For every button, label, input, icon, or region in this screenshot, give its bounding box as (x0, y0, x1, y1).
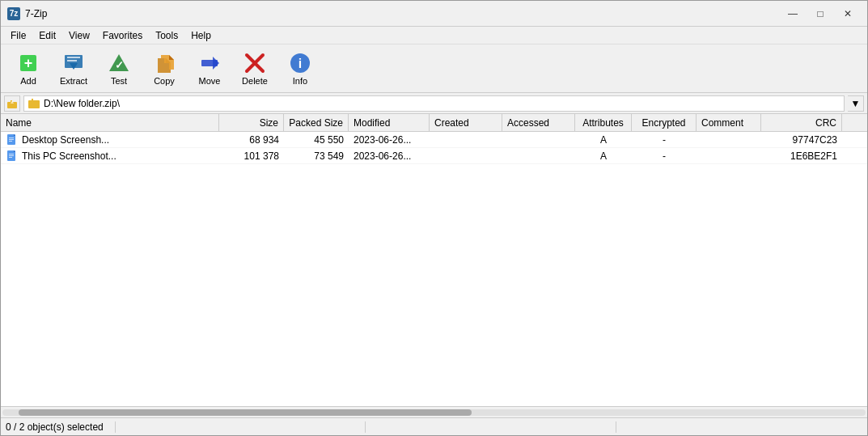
test-button[interactable]: ✓ Test (98, 48, 140, 90)
svg-text:+: + (24, 55, 33, 71)
status-sep-3 (616, 421, 616, 433)
table-row[interactable]: Desktop Screensh... 68 934 45 550 2023-0… (1, 132, 867, 148)
col-hdr-modified[interactable]: Modified (349, 114, 430, 131)
svg-rect-32 (9, 157, 12, 158)
cell-attributes-0: A (575, 134, 632, 146)
info-icon: i (289, 52, 311, 74)
move-label: Move (199, 76, 221, 86)
menu-favorites[interactable]: Favorites (96, 28, 149, 43)
copy-label: Copy (154, 76, 175, 86)
menu-view[interactable]: View (62, 28, 96, 43)
status-sep-1 (115, 421, 116, 433)
add-label: Add (20, 76, 36, 86)
col-hdr-accessed[interactable]: Accessed (502, 114, 575, 131)
table-row[interactable]: This PC Screenshot... 101 378 73 549 202… (1, 148, 867, 164)
cell-encrypted-0: - (632, 134, 697, 146)
cell-modified-1: 2023-06-26... (349, 150, 430, 162)
cell-size-1: 101 378 (219, 150, 284, 162)
cell-crc-1: 1E6BE2F1 (761, 150, 842, 162)
scrollbar-track (2, 409, 866, 416)
address-path: D:\New folder.zip\ (44, 98, 120, 109)
svg-rect-4 (67, 57, 80, 58)
delete-icon (243, 52, 266, 74)
titlebar: 7z 7-Zip — □ ✕ (1, 1, 867, 27)
test-label: Test (111, 76, 127, 86)
menu-edit[interactable]: Edit (32, 28, 62, 43)
svg-rect-27 (9, 141, 12, 142)
col-hdr-size[interactable]: Size (219, 114, 284, 131)
scrollbar-thumb[interactable] (19, 409, 472, 416)
file-name-1: This PC Screenshot... (22, 150, 116, 162)
copy-icon (153, 52, 176, 74)
app-icon: 7z (7, 7, 20, 20)
svg-rect-25 (9, 138, 14, 138)
svg-text:i: i (299, 57, 302, 70)
address-dropdown-button[interactable]: ▼ (848, 95, 864, 112)
col-hdr-crc[interactable]: CRC (761, 114, 842, 131)
col-hdr-packed[interactable]: Packed Size (284, 114, 349, 131)
col-hdr-created[interactable]: Created (430, 114, 502, 131)
cell-name-1: This PC Screenshot... (1, 150, 219, 163)
minimize-button[interactable]: — (780, 6, 806, 22)
addressbar: D:\New folder.zip\ ▼ (1, 93, 867, 114)
file-list: Desktop Screensh... 68 934 45 550 2023-0… (1, 132, 867, 406)
move-button[interactable]: Move (188, 48, 231, 90)
navigate-up-button[interactable] (4, 95, 20, 112)
toolbar: + Add Extract ✓ (1, 44, 867, 93)
info-button[interactable]: i Info (279, 48, 321, 90)
window-controls: — □ ✕ (780, 6, 861, 22)
main-window: 7z 7-Zip — □ ✕ File Edit View Favorites … (0, 0, 868, 436)
extract-icon (62, 52, 85, 74)
svg-marker-11 (169, 55, 174, 60)
col-hdr-name[interactable]: Name (1, 114, 219, 131)
svg-rect-30 (9, 154, 14, 155)
file-name-0: Desktop Screensh... (22, 134, 109, 146)
address-field[interactable]: D:\New folder.zip\ (23, 95, 845, 112)
window-title: 7-Zip (25, 8, 780, 19)
cell-packed-1: 73 549 (284, 150, 349, 162)
cell-attributes-1: A (575, 150, 632, 162)
move-icon (198, 52, 221, 74)
file-pane: Name Size Packed Size Modified Created A… (1, 114, 867, 406)
horizontal-scrollbar[interactable] (1, 406, 867, 417)
svg-text:✓: ✓ (115, 59, 124, 71)
svg-rect-21 (28, 100, 40, 108)
col-hdr-attributes[interactable]: Attributes (575, 114, 632, 131)
menubar: File Edit View Favorites Tools Help (1, 27, 867, 44)
delete-label: Delete (242, 76, 268, 86)
statusbar: 0 / 2 object(s) selected (1, 417, 867, 435)
cell-crc-0: 97747C23 (761, 134, 842, 146)
extract-label: Extract (60, 76, 87, 86)
col-hdr-comment[interactable]: Comment (697, 114, 761, 131)
menu-tools[interactable]: Tools (149, 28, 184, 43)
cell-name-0: Desktop Screensh... (1, 133, 219, 146)
col-hdr-encrypted[interactable]: Encrypted (632, 114, 697, 131)
copy-button[interactable]: Copy (143, 48, 185, 90)
add-button[interactable]: + Add (7, 48, 49, 90)
cell-encrypted-1: - (632, 150, 697, 162)
file-icon-1 (6, 150, 19, 163)
file-icon-0 (6, 133, 19, 146)
delete-button[interactable]: Delete (234, 48, 276, 90)
extract-button[interactable]: Extract (53, 48, 95, 90)
maximize-button[interactable]: □ (807, 6, 833, 22)
add-icon: + (17, 52, 40, 74)
svg-marker-13 (213, 57, 219, 70)
svg-rect-26 (9, 139, 14, 140)
cell-size-0: 68 934 (219, 134, 284, 146)
cell-packed-0: 45 550 (284, 134, 349, 146)
svg-marker-22 (28, 99, 40, 100)
status-sep-2 (365, 421, 366, 433)
column-header-row: Name Size Packed Size Modified Created A… (1, 114, 867, 132)
status-text: 0 / 2 object(s) selected (6, 421, 112, 433)
cell-modified-0: 2023-06-26... (349, 134, 430, 146)
menu-file[interactable]: File (4, 28, 32, 43)
info-label: Info (293, 76, 307, 86)
svg-rect-31 (9, 155, 14, 156)
close-button[interactable]: ✕ (835, 6, 861, 22)
svg-rect-5 (67, 60, 77, 61)
test-icon: ✓ (108, 52, 130, 74)
menu-help[interactable]: Help (184, 28, 218, 43)
